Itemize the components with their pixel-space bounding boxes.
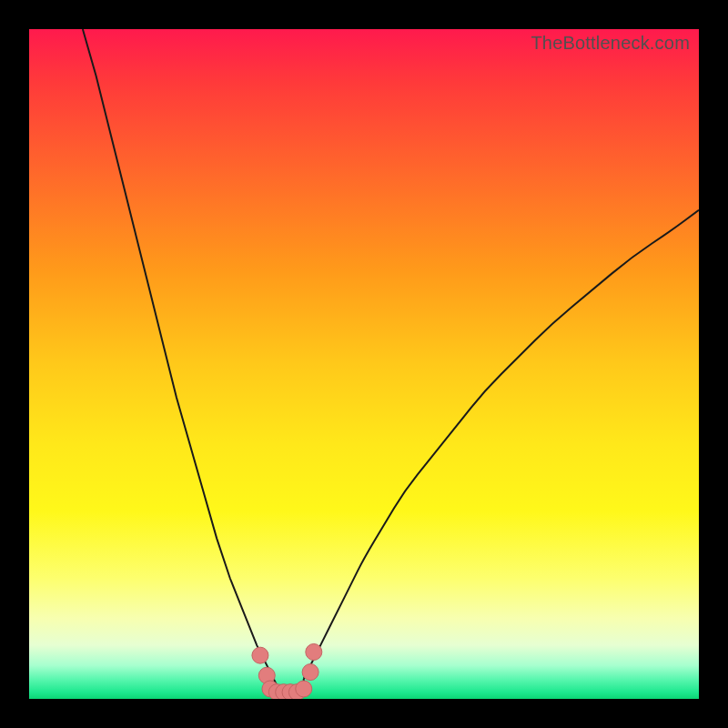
- chart-panel: TheBottleneck.com: [29, 29, 699, 699]
- curve-right: [304, 210, 699, 679]
- chart-frame: TheBottleneck.com: [0, 0, 728, 728]
- data-marker: [252, 647, 268, 663]
- chart-svg: [29, 29, 699, 699]
- data-marker: [306, 643, 322, 660]
- data-marker: [302, 664, 318, 681]
- data-marker: [296, 681, 312, 697]
- curve-left: [83, 29, 277, 685]
